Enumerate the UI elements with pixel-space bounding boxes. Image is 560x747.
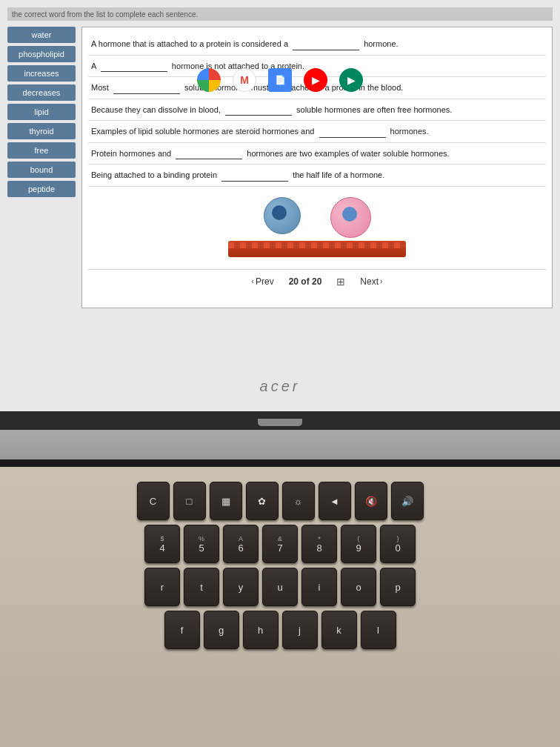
key-4[interactable]: $4 (144, 525, 180, 563)
question-7: Being attached to a binding protein the … (88, 165, 546, 187)
q5-blank[interactable] (319, 127, 386, 138)
q6-blank[interactable] (176, 149, 242, 159)
key-r[interactable]: r (144, 568, 180, 606)
laptop-screen: the correct word from the list to comple… (0, 0, 560, 430)
q7-text-before: Being attached to a binding protein (91, 170, 217, 179)
key-6[interactable]: A6 (223, 525, 259, 563)
page-info: 20 of 20 (289, 276, 322, 287)
word-item-water[interactable]: water (7, 27, 76, 43)
acer-logo: acer (260, 378, 301, 395)
youtube-icon[interactable]: ▶ (304, 68, 327, 92)
key-7[interactable]: &7 (262, 525, 298, 563)
laptop-camera-notch (258, 419, 302, 426)
taskbar: M 📄 ▶ ▶ (197, 68, 363, 92)
q3-blank[interactable] (113, 84, 180, 94)
question-1: A hormone that is attached to a protein … (88, 33, 546, 56)
key-vol[interactable]: 🔊 (391, 482, 424, 520)
docs-icon[interactable]: 📄 (268, 68, 292, 92)
key-8[interactable]: *8 (301, 525, 337, 563)
key-brightness2[interactable]: ☼ (282, 482, 315, 520)
keyboard: C □ ▦ ✿ ☼ ◄ 🔇 🔊 $4 %5 A6 &7 *8 (9 )0 r t… (0, 467, 560, 668)
key-window[interactable]: □ (173, 482, 206, 520)
q5-text-after: hormones. (390, 127, 429, 136)
question-4: Because they can dissolve in blood, solu… (88, 99, 546, 122)
key-k[interactable]: k (321, 611, 357, 649)
key-c[interactable]: C (137, 482, 170, 520)
next-chevron-icon: › (380, 277, 382, 285)
word-item-increases[interactable]: increases (7, 65, 76, 82)
word-bank: water phospholipid increases decreases l… (7, 27, 76, 308)
current-page: 20 (289, 276, 299, 287)
cell-pink (330, 197, 371, 238)
word-item-peptide[interactable]: peptide (7, 181, 76, 197)
q6-text-before: Protein hormones and (91, 149, 171, 158)
header-bar: the correct word from the list to comple… (7, 7, 553, 21)
word-item-bound[interactable]: bound (7, 162, 76, 178)
grid-icon[interactable]: ⊞ (336, 276, 345, 288)
key-mute[interactable]: 🔇 (355, 482, 387, 520)
cell-blue (264, 197, 301, 234)
q6-text-after: hormones are two examples of water solub… (247, 149, 449, 158)
q2-blank[interactable] (101, 62, 167, 72)
gmail-icon[interactable]: M (233, 68, 256, 92)
q1-text-after: hormone. (364, 39, 398, 48)
key-l[interactable]: l (361, 611, 396, 649)
q5-text-before: Examples of lipid soluble hormones are s… (91, 127, 314, 136)
word-item-free[interactable]: free (7, 142, 76, 159)
word-item-lipid[interactable]: lipid (7, 104, 76, 120)
screen-content: the correct word from the list to comple… (0, 0, 560, 425)
cell-illustration-container (88, 190, 546, 265)
total-pages: 20 (312, 276, 321, 287)
word-item-decreases[interactable]: decreases (7, 84, 76, 101)
word-item-thyroid[interactable]: thyroid (7, 123, 76, 139)
key-display[interactable]: ▦ (210, 482, 242, 520)
membrane-bar (228, 241, 406, 257)
key-row-numbers: $4 %5 A6 &7 *8 (9 )0 (11, 525, 549, 563)
q3-text-before: Most (91, 83, 109, 92)
key-t[interactable]: t (184, 568, 219, 606)
header-instruction: the correct word from the list to comple… (12, 10, 198, 19)
q4-text-after: soluble hormones are often free hormones… (296, 105, 452, 114)
q2-text-before: A (91, 62, 96, 70)
keyboard-area: C □ ▦ ✿ ☼ ◄ 🔇 🔊 $4 %5 A6 &7 *8 (9 )0 r t… (0, 467, 560, 747)
key-i[interactable]: i (301, 568, 337, 606)
key-brightness[interactable]: ✿ (246, 482, 279, 520)
q1-blank[interactable] (293, 40, 359, 50)
key-p[interactable]: p (380, 568, 416, 606)
play-store-icon[interactable]: ▶ (339, 68, 363, 92)
q4-text-before: Because they can dissolve in blood, (91, 105, 221, 114)
key-o[interactable]: o (341, 568, 376, 606)
word-item-phospholipid[interactable]: phospholipid (7, 46, 76, 62)
key-g[interactable]: g (204, 611, 239, 649)
key-0[interactable]: )0 (380, 525, 416, 563)
key-y[interactable]: y (223, 568, 259, 606)
prev-label[interactable]: Prev (256, 276, 274, 287)
q7-text-after: the half life of a hormone. (293, 170, 384, 179)
prev-button[interactable]: ‹ Prev (252, 276, 274, 287)
key-row-fn: C □ ▦ ✿ ☼ ◄ 🔇 🔊 (11, 482, 549, 520)
key-j[interactable]: j (282, 611, 318, 649)
q4-blank[interactable] (225, 105, 292, 116)
question-5: Examples of lipid soluble hormones are s… (88, 121, 546, 143)
key-5[interactable]: %5 (184, 525, 219, 563)
key-back[interactable]: ◄ (319, 482, 351, 520)
key-u[interactable]: u (262, 568, 298, 606)
question-6: Protein hormones and hormones are two ex… (88, 143, 546, 165)
chrome-icon[interactable] (197, 68, 221, 92)
key-h[interactable]: h (243, 611, 279, 649)
key-f[interactable]: f (164, 611, 200, 649)
key-row-rtyu: r t y u i o p (11, 568, 549, 606)
key-row-fgh: f g h j k l (11, 611, 549, 649)
laptop-hinge (0, 430, 560, 459)
key-9[interactable]: (9 (341, 525, 376, 563)
prev-chevron-icon: ‹ (252, 277, 254, 285)
q7-blank[interactable] (221, 171, 288, 182)
cells-row (264, 197, 371, 238)
next-label[interactable]: Next (360, 276, 379, 287)
nav-bar: ‹ Prev 20 of 20 ⊞ Next › (88, 269, 546, 293)
cell-illustration (221, 197, 413, 257)
q1-text-before: A hormone that is attached to a protein … (91, 39, 288, 48)
next-button[interactable]: Next › (360, 276, 382, 287)
